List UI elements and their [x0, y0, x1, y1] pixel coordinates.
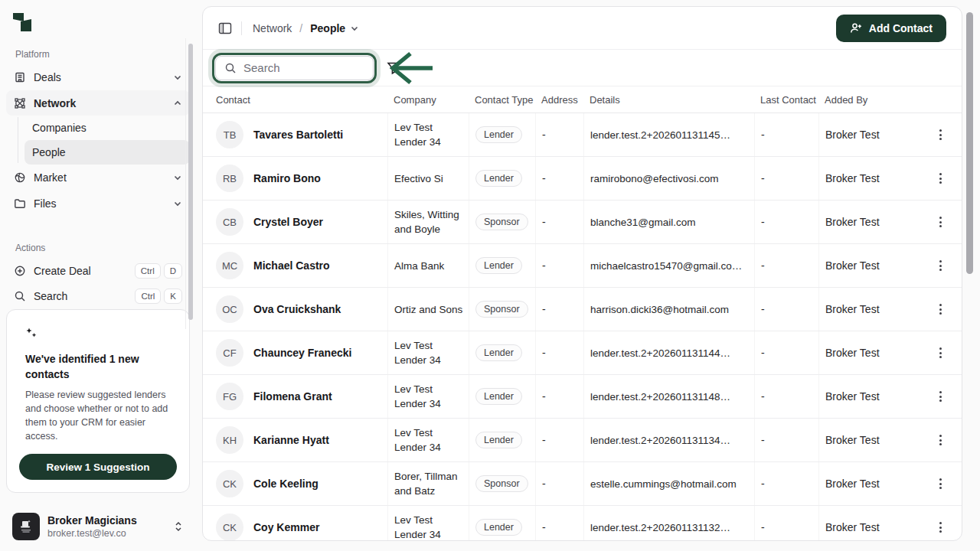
details-cell: ramirobono@efectivosi.com [583, 157, 754, 200]
company-cell: Efectivo Si [387, 157, 469, 200]
avatar: KH [216, 426, 243, 454]
column-header-contact-type[interactable]: Contact Type [469, 94, 535, 106]
details-cell: lender.test.2+202601131144… [583, 331, 754, 374]
row-menu-button[interactable] [935, 212, 946, 232]
contact-name: Ramiro Bono [253, 172, 321, 184]
added-by-cell: Broker Test [818, 157, 918, 200]
row-menu-button[interactable] [935, 125, 946, 145]
row-menu-button[interactable] [935, 386, 946, 406]
company-cell: Lev Test Lender 34 [387, 113, 469, 156]
address-cell: - [535, 375, 583, 418]
added-by-cell: Broker Test [818, 331, 918, 374]
sidebar-item-network[interactable]: Network [6, 90, 190, 116]
actions-cell [918, 430, 962, 450]
person-plus-icon [850, 22, 863, 34]
breadcrumb-network[interactable]: Network [253, 22, 292, 34]
row-menu-button[interactable] [935, 517, 946, 537]
added-by-cell: Broker Test [818, 419, 918, 461]
contact-type-badge: Lender [475, 519, 522, 536]
contact-type-badge: Lender [475, 170, 522, 187]
column-header-company[interactable]: Company [387, 94, 469, 106]
search-field[interactable] [215, 56, 374, 80]
sidebar-toggle-button[interactable] [218, 22, 232, 34]
address-cell: - [535, 331, 583, 374]
contact-type-cell: Lender [469, 375, 535, 418]
sidebar-item-deals[interactable]: Deals [6, 64, 190, 90]
main-scrollbar[interactable] [966, 12, 973, 274]
added-by-cell: Broker Test [818, 375, 918, 418]
added-by-cell: Broker Test [818, 462, 918, 505]
shortcut-keys: Ctrl D [135, 263, 182, 279]
column-header-address[interactable]: Address [535, 94, 583, 106]
avatar: TB [216, 121, 243, 148]
row-menu-button[interactable] [935, 168, 946, 188]
company-cell: Lev Test Lender 34 [387, 375, 469, 418]
table-body: TB Tavares Bartoletti Lev Test Lender 34… [203, 113, 962, 541]
row-menu-button[interactable] [935, 430, 946, 450]
filter-bar [203, 50, 962, 86]
sidebar-item-people[interactable]: People [24, 140, 190, 165]
sidebar-item-create-deal[interactable]: Create Deal Ctrl D [6, 258, 190, 284]
sidebar-item-search[interactable]: Search Ctrl K [6, 283, 190, 309]
address-cell: - [535, 244, 583, 287]
table-row[interactable]: CK Cole Keeling Borer, Tillman and Batz … [203, 462, 962, 506]
row-menu-button[interactable] [935, 299, 946, 319]
contact-name: Tavares Bartoletti [253, 129, 343, 141]
table-row[interactable]: OC Ova Cruickshank Ortiz and Sons Sponso… [203, 288, 962, 331]
breadcrumb: Network / People [253, 22, 359, 34]
search-input[interactable] [243, 61, 358, 74]
sidebar-scrollbar[interactable] [188, 44, 193, 320]
column-header-last-contact[interactable]: Last Contact [754, 94, 818, 106]
contact-type-badge: Sponsor [475, 475, 528, 492]
filter-funnel-icon[interactable] [387, 61, 400, 75]
contact-cell: OC Ova Cruickshank [203, 295, 387, 323]
sidebar-item-files[interactable]: Files [6, 191, 190, 217]
chevron-down-icon [173, 73, 182, 82]
sidebar-item-label: Companies [32, 122, 87, 134]
actions-section-label: Actions [15, 243, 190, 253]
table-row[interactable]: FG Filomena Grant Lev Test Lender 34 Len… [203, 375, 962, 419]
account-email: broker.test@lev.co [47, 527, 137, 540]
added-by-cell: Broker Test [818, 288, 918, 331]
last-contact-cell: - [754, 113, 818, 156]
company-cell: Lev Test Lender 34 [387, 331, 469, 374]
last-contact-cell: - [754, 288, 818, 331]
table-row[interactable]: CF Chauncey Franecki Lev Test Lender 34 … [203, 331, 962, 375]
contact-name: Chauncey Franecki [253, 347, 351, 359]
contact-type-cell: Sponsor [469, 288, 535, 331]
table-row[interactable]: MC Michael Castro Alma Bank Lender - mic… [203, 244, 962, 288]
row-menu-button[interactable] [935, 343, 946, 363]
sidebar-item-market[interactable]: Market [6, 165, 190, 191]
table-row[interactable]: KH Karianne Hyatt Lev Test Lender 34 Len… [203, 419, 962, 462]
last-contact-cell: - [754, 201, 818, 243]
actions-cell [918, 168, 962, 188]
added-by-cell: Broker Test [818, 506, 918, 541]
add-contact-button[interactable]: Add Contact [836, 15, 946, 42]
details-cell: harrison.dicki36@hotmail.com [583, 288, 754, 331]
column-header-details[interactable]: Details [583, 94, 754, 106]
sidebar-item-label: Network [34, 97, 76, 109]
review-suggestion-button[interactable]: Review 1 Suggestion [19, 454, 177, 480]
contact-type-cell: Lender [469, 157, 535, 200]
details-cell: michaelcastro15470@gmail.co… [583, 244, 754, 287]
company-cell: Ortiz and Sons [387, 288, 469, 331]
account-switcher[interactable]: Broker Magicians broker.test@lev.co [12, 513, 184, 540]
table-row[interactable]: RB Ramiro Bono Efectivo Si Lender - rami… [203, 157, 962, 201]
row-menu-button[interactable] [935, 474, 946, 494]
column-header-contact[interactable]: Contact [203, 94, 387, 106]
added-by-cell: Broker Test [818, 244, 918, 287]
actions-cell [918, 299, 962, 319]
column-header-added-by[interactable]: Added By [818, 94, 918, 106]
sidebar-item-companies[interactable]: Companies [24, 116, 190, 140]
sidebar-item-label: Market [34, 171, 67, 184]
contact-type-badge: Lender [475, 126, 522, 143]
topbar: Network / People Add Contact [203, 7, 962, 50]
avatar: RB [216, 165, 243, 192]
table-row[interactable]: CB Crystel Boyer Skiles, Witting and Boy… [203, 201, 962, 244]
lev-logo-icon [11, 11, 34, 34]
table-row[interactable]: TB Tavares Bartoletti Lev Test Lender 34… [203, 113, 962, 157]
row-menu-button[interactable] [935, 256, 946, 276]
table-row[interactable]: CK Coy Kemmer Lev Test Lender 34 Lender … [203, 506, 962, 541]
contact-type-badge: Sponsor [475, 301, 528, 318]
breadcrumb-people-dropdown[interactable]: People [310, 22, 359, 34]
